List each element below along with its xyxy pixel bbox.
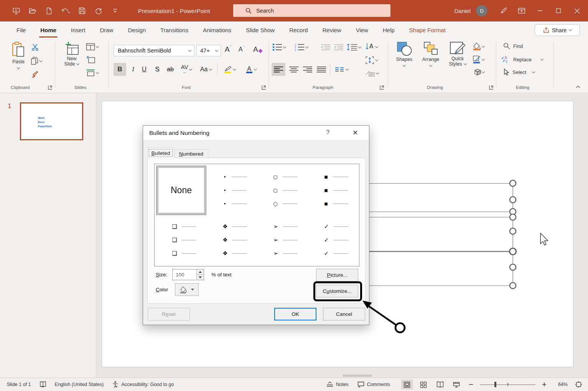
accessibility-status[interactable]: Accessibility: Good to go [112,381,174,388]
character-spacing-button[interactable]: AV↔ [178,63,195,76]
tab-view[interactable]: View [349,21,376,38]
slide-indicator[interactable]: Slide 1 of 1 [7,382,31,387]
copy-button[interactable] [31,57,42,65]
reset-slide-button[interactable] [87,56,95,64]
zoom-in-button[interactable] [540,380,548,389]
zoom-slider-thumb[interactable] [494,382,496,387]
tab-design[interactable]: Design [120,21,153,38]
font-name-combobox[interactable]: Bahnschrift SemiBold [114,45,194,56]
dialog-title-bar[interactable]: Bullets and Numbering [143,126,369,140]
shape-fill-button[interactable] [473,42,484,51]
format-painter-button[interactable] [31,71,39,78]
notes-button[interactable]: Notes [326,381,349,388]
cancel-button[interactable]: Cancel [323,308,365,320]
tab-slide-show[interactable]: Slide Show [239,21,282,38]
quick-styles-button[interactable]: Quick Styles [446,41,469,67]
underline-button[interactable]: U [139,63,150,76]
customize-qat-icon[interactable] [109,5,121,17]
increase-indent-button[interactable] [334,44,344,50]
ribbon-display-options-icon[interactable] [514,3,530,18]
open-file-icon[interactable] [26,5,39,17]
align-left-button[interactable] [272,63,285,76]
italic-button[interactable]: I [128,63,138,76]
font-color-button[interactable]: A [242,63,261,76]
tab-record[interactable]: Record [282,21,315,38]
cut-button[interactable] [31,44,39,51]
slide-layout-button[interactable] [86,43,99,51]
normal-view-button[interactable] [401,380,413,389]
tab-transitions[interactable]: Transitions [153,21,196,38]
horizontal-scrollbar[interactable] [343,375,372,377]
minimize-button[interactable] [532,3,548,18]
line-spacing-button[interactable] [347,43,361,51]
new-slide-button[interactable]: New Slide [61,41,83,67]
text-highlight-button[interactable] [221,63,239,76]
font-dialog-launcher[interactable] [262,85,267,90]
paragraph-dialog-launcher[interactable] [380,85,385,90]
bullets-button[interactable] [272,43,286,51]
shrink-font-button[interactable]: Aˇ [239,46,244,53]
bullet-option-none[interactable]: None [156,166,206,215]
section-button[interactable] [86,69,99,77]
tab-shape-format[interactable]: Shape Format [402,21,453,38]
strikethrough-button[interactable]: ab [164,63,176,76]
new-file-icon[interactable] [43,5,55,17]
dialog-close-button[interactable]: ✕ [350,129,360,137]
shapes-button[interactable]: Shapes [394,41,415,66]
shape-effects-button[interactable] [473,68,484,76]
zoom-level[interactable]: 64% [553,382,568,387]
dialog-help-button[interactable]: ? [324,129,332,136]
reading-view-button[interactable] [434,380,446,389]
bullet-option-filled-square[interactable]: ■ ■ ■ [322,174,348,214]
text-direction-button[interactable]: A [365,43,378,51]
replace-button[interactable]: bc Replace [502,56,543,63]
color-picker-button[interactable] [175,283,199,296]
paste-button[interactable]: Paste [8,41,29,69]
tab-numbered[interactable]: Numbered [174,149,208,158]
text-shadow-button[interactable]: S [152,63,163,76]
spin-up-button[interactable] [197,269,204,275]
collapse-ribbon-button[interactable] [575,84,581,90]
size-spinner[interactable]: 100 [172,269,204,280]
slideshow-view-button[interactable] [451,380,462,389]
bullet-option-arrow[interactable]: ➢ ➢ ➢ [272,223,298,264]
spellcheck-button[interactable] [40,381,46,388]
fit-slide-to-window-button[interactable] [573,380,584,389]
bold-button[interactable]: B [114,63,126,76]
tab-draw[interactable]: Draw [92,21,120,38]
avatar[interactable]: D [476,5,488,16]
numbering-button[interactable]: 123 [295,43,308,51]
zoom-slider[interactable] [480,382,535,387]
comments-button[interactable]: Comments [357,381,390,388]
grow-font-button[interactable]: Aˆ [225,45,231,54]
user-name[interactable]: Daniel [454,8,471,14]
decrease-indent-button[interactable] [321,44,331,50]
pen-sparkle-icon[interactable] [495,3,511,18]
drawing-dialog-launcher[interactable] [489,85,494,90]
bullet-option-diamonds[interactable]: ❖ ❖ ❖ [221,223,247,264]
find-button[interactable]: Find [503,43,523,49]
picture-button[interactable]: Picture... [316,269,358,281]
tab-animations[interactable]: Animations [196,21,239,38]
shape-outline-button[interactable] [473,55,484,64]
tab-bulleted[interactable]: Bulleted [147,148,174,158]
bullet-option-checkmark[interactable]: ✓ ✓ ✓ [323,223,348,264]
clipboard-dialog-launcher[interactable] [48,85,53,90]
tab-home[interactable]: Home [33,21,64,38]
font-size-combobox[interactable]: 47+ [196,45,221,56]
maximize-button[interactable] [550,3,567,18]
tab-insert[interactable]: Insert [64,21,93,38]
language-indicator[interactable]: English (United States) [55,382,104,387]
search-input[interactable]: Search [233,4,390,17]
ok-button[interactable]: OK [274,308,316,320]
convert-smartart-button[interactable] [365,69,379,77]
columns-button[interactable] [333,63,351,76]
tab-help[interactable]: Help [376,21,402,38]
bullet-option-shadow-square[interactable]: ❑ ❑ ❑ [171,223,196,264]
share-button[interactable]: Share [535,24,580,36]
save-icon[interactable] [76,5,88,17]
tab-review[interactable]: Review [315,21,349,38]
zoom-out-button[interactable] [467,380,475,389]
tab-file[interactable]: File [9,21,33,38]
undo-icon[interactable] [59,5,72,17]
